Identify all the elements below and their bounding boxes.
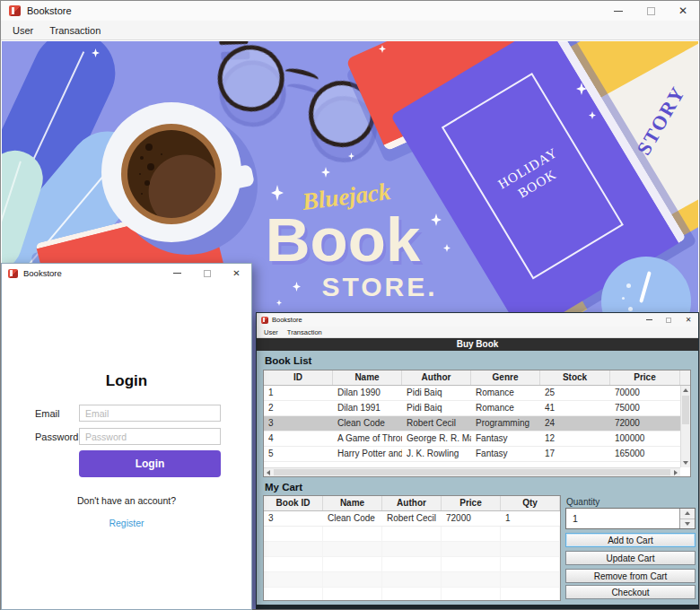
close-button[interactable]: ✕ <box>667 1 699 21</box>
book-row[interactable]: 1 Dilan 1990 Pidi Baiq Romance 25 70000 <box>264 386 690 401</box>
minimize-button[interactable] <box>162 264 192 283</box>
empty-row <box>264 557 560 572</box>
column-header-name: Name <box>323 496 382 510</box>
cell-name: Clean Code <box>323 511 382 526</box>
sparkle-icon <box>293 282 301 292</box>
scroll-right-button[interactable] <box>671 468 680 476</box>
login-window: Bookstore ✕ Login Email Password Login D… <box>1 263 252 610</box>
bookstore-logo-icon <box>9 5 21 16</box>
maximize-button[interactable] <box>192 264 222 283</box>
cell-price: 72000 <box>610 416 680 431</box>
spinner-down-button[interactable] <box>680 519 695 529</box>
column-header-price: Price <box>610 370 680 385</box>
cell-price: 100000 <box>610 431 680 446</box>
book-row[interactable]: 2 Dilan 1991 Pidi Baiq Romance 41 75000 <box>264 401 690 416</box>
quantity-label: Quantity <box>566 497 599 507</box>
cart-row[interactable]: 3 Clean Code Robert Cecil 72000 1 <box>264 511 560 527</box>
column-header-author: Author <box>382 496 442 510</box>
cell-book-id: 3 <box>264 511 323 526</box>
password-field[interactable] <box>79 428 221 445</box>
cell-price: 72000 <box>442 511 501 526</box>
sparkle-icon <box>276 300 282 306</box>
quantity-input[interactable] <box>566 509 678 528</box>
scroll-down-button[interactable] <box>681 458 690 467</box>
maximize-icon <box>204 270 211 277</box>
window-controls: ✕ <box>639 313 698 327</box>
buy-book-window: Bookstore ✕ User Transaction Buy Book Bo… <box>256 312 699 609</box>
vertical-scrollbar[interactable] <box>680 386 690 467</box>
checkout-button[interactable]: Checkout <box>565 585 696 599</box>
minimize-icon <box>173 273 181 274</box>
cell-name: Clean Code <box>333 416 402 431</box>
scroll-left-button[interactable] <box>264 468 273 476</box>
book-list-label: Book List <box>265 355 311 366</box>
arrow-up-icon <box>685 511 690 515</box>
cell-genre: Programming <box>471 416 540 431</box>
register-link[interactable]: Register <box>2 518 251 528</box>
sparkle-icon <box>443 244 451 252</box>
menu-transaction[interactable]: Transaction <box>283 328 327 336</box>
buybook-menubar: User Transaction <box>257 327 698 338</box>
story-label: STORY <box>632 82 690 159</box>
window-title: Bookstore <box>272 316 302 324</box>
add-to-cart-button[interactable]: Add to Cart <box>565 533 696 547</box>
remove-from-cart-button[interactable]: Remove from Cart <box>565 569 696 583</box>
column-header-book-id: Book ID <box>264 496 323 510</box>
minimize-button[interactable] <box>602 1 634 21</box>
menu-user[interactable]: User <box>4 25 41 36</box>
spinner-up-button[interactable] <box>680 509 695 519</box>
cell-author: Robert Cecil <box>382 511 442 526</box>
bookstore-logo-icon <box>261 317 268 324</box>
book-row[interactable]: 5 Harry Potter and ... J. K. Rowling Fan… <box>264 447 690 462</box>
update-cart-button[interactable]: Update Cart <box>565 551 696 565</box>
email-field[interactable] <box>79 405 221 422</box>
brand-subtitle: STORE. <box>316 272 443 302</box>
book-row[interactable]: 4 A Game of Thron... George R. R. Mar...… <box>264 431 690 447</box>
close-button[interactable]: ✕ <box>222 264 251 283</box>
column-header-qty: Qty <box>501 496 560 510</box>
scrollbar-thumb[interactable] <box>274 469 670 475</box>
book-list-header: ID Name Author Genre Stock Price <box>264 370 690 386</box>
scroll-up-button[interactable] <box>681 386 690 395</box>
column-header-name: Name <box>333 370 402 385</box>
book-row-selected[interactable]: 3 Clean Code Robert Cecil Programming 24… <box>264 416 690 431</box>
sparkle-icon <box>321 167 330 178</box>
cell-author: Pidi Baiq <box>402 386 471 400</box>
minimize-button[interactable] <box>639 313 659 327</box>
bookstore-logo-icon <box>8 269 18 278</box>
cell-genre: Romance <box>471 401 540 415</box>
scrollbar-thumb[interactable] <box>682 396 689 424</box>
maximize-icon <box>666 318 671 323</box>
window-controls: ✕ <box>162 264 251 283</box>
menu-user[interactable]: User <box>259 328 283 336</box>
password-label: Password <box>35 431 78 442</box>
menu-transaction[interactable]: Transaction <box>41 25 109 36</box>
glasses-bridge <box>284 66 319 85</box>
cell-stock: 24 <box>540 416 610 431</box>
email-label: Email <box>35 408 60 419</box>
maximize-button[interactable] <box>659 313 678 327</box>
cell-qty: 1 <box>501 511 560 526</box>
cell-name: Dilan 1991 <box>333 401 402 415</box>
login-button[interactable]: Login <box>79 450 221 477</box>
empty-row <box>264 527 560 542</box>
close-button[interactable]: ✕ <box>678 313 698 327</box>
cell-stock: 25 <box>540 386 610 400</box>
cell-name: Dilan 1990 <box>333 386 402 400</box>
minimize-icon <box>614 11 623 12</box>
coffee-icon <box>127 130 215 218</box>
horizontal-scrollbar[interactable] <box>264 467 680 476</box>
column-header-price: Price <box>442 496 501 510</box>
column-header-id: ID <box>264 370 333 385</box>
maximize-button[interactable] <box>634 1 667 21</box>
login-titlebar: Bookstore ✕ <box>2 264 251 283</box>
cell-author: Pidi Baiq <box>402 401 471 415</box>
cell-id: 4 <box>264 431 333 446</box>
cell-genre: Romance <box>471 386 540 400</box>
holiday-book-frame: HOLIDAY BOOK <box>442 73 624 279</box>
arrow-left-icon <box>267 470 270 475</box>
spinner-buttons <box>679 509 695 528</box>
brand-title: Book <box>253 205 433 275</box>
coffee-bubbles-icon <box>145 144 153 151</box>
arrow-down-icon <box>683 461 688 465</box>
